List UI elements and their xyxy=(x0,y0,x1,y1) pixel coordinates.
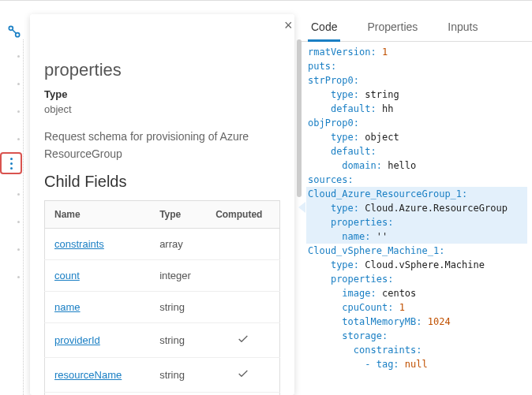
field-link[interactable]: providerId xyxy=(54,334,100,346)
field-computed xyxy=(206,259,279,291)
field-computed xyxy=(206,392,279,395)
field-type: string xyxy=(150,291,206,322)
top-divider xyxy=(0,0,532,1)
table-row: providerIdstring xyxy=(45,322,280,357)
field-type: string xyxy=(150,322,206,357)
rail-dot xyxy=(17,83,20,85)
code-line: sources: xyxy=(306,173,527,187)
col-computed: Computed xyxy=(206,200,279,228)
field-type: integer xyxy=(150,259,206,291)
col-type: Type xyxy=(150,200,206,228)
code-line: puts: xyxy=(306,59,527,73)
rail-dot xyxy=(17,55,20,58)
table-row: tagsarray xyxy=(45,392,280,395)
field-type: array xyxy=(150,392,206,395)
code-line: Cloud_Azure_ResourceGroup_1: xyxy=(306,187,527,201)
code-line: type: object xyxy=(306,130,527,144)
field-type: string xyxy=(150,357,206,392)
code-line: rmatVersion: 1 xyxy=(306,45,527,59)
kebab-icon xyxy=(10,158,13,170)
field-type: array xyxy=(150,228,206,259)
code-line: name: '' xyxy=(306,229,527,244)
code-line: type: string xyxy=(306,88,527,102)
properties-panel: properties Type object Request schema fo… xyxy=(30,14,294,395)
code-line: image: centos xyxy=(306,286,527,300)
code-line: default: xyxy=(306,144,527,158)
table-row: resourceNamestring xyxy=(45,357,280,392)
field-link[interactable]: name xyxy=(54,301,81,313)
field-computed xyxy=(206,322,279,357)
canvas-left-rail xyxy=(0,39,24,395)
code-line: cpuCount: 1 xyxy=(306,300,527,315)
rail-dot xyxy=(17,110,20,113)
panel-title: properties xyxy=(44,60,280,80)
code-line: type: Cloud.vSphere.Machine xyxy=(306,258,527,272)
code-line: totalMemoryMB: 1024 xyxy=(306,315,527,329)
rail-dot xyxy=(17,276,20,278)
field-link[interactable]: constraints xyxy=(54,238,104,250)
panel-description: Request schema for provisioning of Azure… xyxy=(44,128,280,163)
child-fields-table: Name Type Computed constraintsarraycount… xyxy=(44,200,280,395)
field-link[interactable]: resourceName xyxy=(54,369,122,381)
child-fields-heading: Child Fields xyxy=(44,173,280,191)
rail-dot xyxy=(17,193,20,196)
rail-dot xyxy=(17,248,20,251)
code-line: properties: xyxy=(306,272,527,286)
code-line: - tag: null xyxy=(306,357,527,371)
code-line: Cloud_vSphere_Machine_1: xyxy=(306,244,527,258)
field-computed xyxy=(206,291,279,322)
code-line: properties: xyxy=(306,215,527,229)
code-line: objProp0: xyxy=(306,116,527,130)
type-label: Type xyxy=(44,88,280,100)
code-line: type: Cloud.Azure.ResourceGroup xyxy=(306,201,527,215)
col-name: Name xyxy=(45,200,151,228)
type-value: object xyxy=(44,103,280,115)
table-row: constraintsarray xyxy=(45,228,280,259)
table-row: namestring xyxy=(45,291,280,322)
field-computed xyxy=(206,228,279,259)
code-line: constraints: xyxy=(306,343,527,357)
rail-dot xyxy=(17,138,20,140)
right-pane: Code Properties Inputs rmatVersion: 1put… xyxy=(302,14,532,395)
field-computed xyxy=(206,357,279,392)
code-line: default: hh xyxy=(306,102,527,116)
rail-dot xyxy=(17,221,20,223)
field-link[interactable]: count xyxy=(54,270,80,281)
component-actions-menu[interactable] xyxy=(0,152,22,174)
code-line: storage: xyxy=(306,329,527,343)
close-icon[interactable]: × xyxy=(284,17,532,34)
code-line: domain: hello xyxy=(306,158,527,173)
code-line: strProp0: xyxy=(306,73,527,88)
code-editor[interactable]: rmatVersion: 1puts:strProp0: type: strin… xyxy=(302,42,532,375)
table-row: countinteger xyxy=(45,259,280,291)
